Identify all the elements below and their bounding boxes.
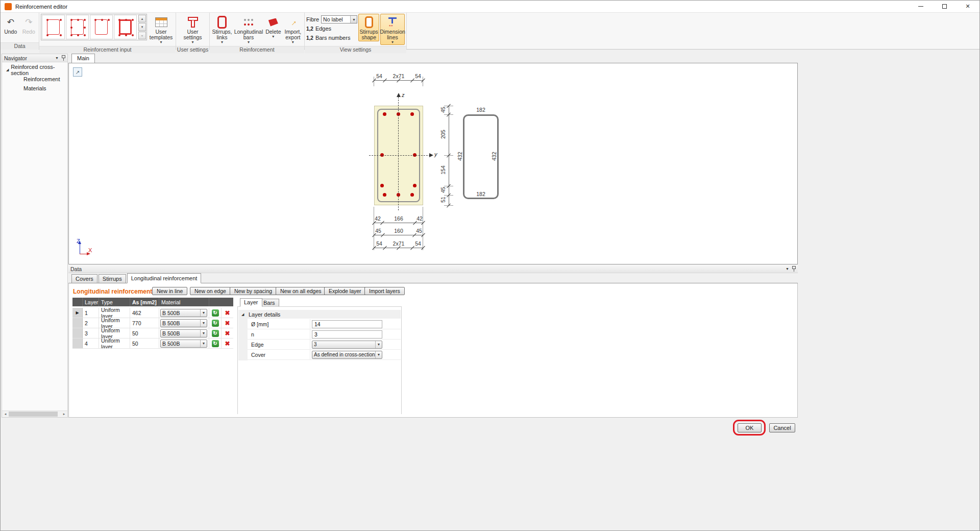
tab-main[interactable]: Main bbox=[71, 54, 95, 63]
n-input[interactable] bbox=[312, 330, 382, 339]
stirrups-links-button[interactable]: Stirrups, links ▾ bbox=[211, 14, 233, 45]
edges-toggle[interactable]: 1,2 Edges bbox=[306, 25, 357, 33]
user-templates-button[interactable]: User templates ▾ bbox=[148, 14, 174, 45]
delete-row-icon[interactable]: ✖ bbox=[225, 330, 230, 336]
maximize-button[interactable] bbox=[933, 1, 956, 12]
header-type[interactable]: Type bbox=[99, 298, 130, 306]
stirrups-shape-toggle[interactable]: Stirrups shape bbox=[358, 14, 379, 41]
header-as[interactable]: As [mm2] bbox=[130, 298, 159, 306]
stirrup-dim-bottom: 182 bbox=[476, 191, 485, 197]
template-dots bbox=[118, 19, 120, 21]
cancel-button[interactable]: Cancel bbox=[769, 423, 795, 432]
field-row-cover: Cover As defined in cross-section ▼ bbox=[248, 350, 401, 360]
cell-refresh: ↻ bbox=[209, 308, 222, 318]
diameter-input[interactable] bbox=[312, 320, 382, 328]
refresh-material-icon[interactable]: ↻ bbox=[212, 340, 219, 347]
stirrups-shape-label: Stirrups shape bbox=[359, 29, 379, 40]
template-thumb-4[interactable] bbox=[114, 15, 137, 39]
collapse-icon[interactable]: ◢ bbox=[241, 312, 249, 317]
tree-item-materials[interactable]: Materials bbox=[2, 84, 67, 93]
bars-numbers-toggle[interactable]: 1,2 Bars numbers bbox=[306, 34, 357, 42]
tab-bars[interactable]: Bars bbox=[259, 299, 279, 307]
material-dropdown[interactable]: B 500B▼ bbox=[160, 319, 207, 327]
table-row[interactable]: 4 Uniform layer 50 B 500B▼ ↻ ✖ bbox=[72, 339, 233, 349]
cover-dropdown[interactable]: As defined in cross-section ▼ bbox=[312, 351, 382, 359]
material-dropdown[interactable]: B 500B▼ bbox=[160, 309, 207, 317]
header-material[interactable]: Material bbox=[159, 298, 209, 306]
tab-longitudinal-reinforcement[interactable]: Longitudinal reinforcement bbox=[127, 273, 202, 283]
explode-layer-button[interactable]: Explode layer bbox=[324, 287, 366, 295]
tab-covers[interactable]: Covers bbox=[71, 274, 97, 283]
gallery-expand-button[interactable]: ⌄ bbox=[138, 32, 146, 39]
pin-icon[interactable] bbox=[62, 55, 65, 61]
material-dropdown[interactable]: B 500B▼ bbox=[160, 340, 207, 348]
delete-row-icon[interactable]: ✖ bbox=[225, 310, 230, 316]
ok-button[interactable]: OK bbox=[738, 423, 762, 432]
zoom-fit-button[interactable]: ↗ bbox=[73, 67, 82, 77]
close-button[interactable]: ✕ bbox=[956, 1, 979, 12]
data-panel-header: Data ▼ bbox=[68, 265, 798, 273]
dim-label: 54 bbox=[376, 73, 382, 79]
row-selector[interactable] bbox=[72, 318, 83, 328]
tree-item-label: Reinforced cross-section bbox=[11, 64, 67, 76]
cell-delete: ✖ bbox=[222, 318, 233, 328]
redo-button[interactable]: ↷ Redo bbox=[20, 14, 38, 41]
layer-details-group[interactable]: ◢ Layer details bbox=[238, 310, 401, 319]
dimension-lines-toggle[interactable]: ↔ Dimension lines ▾ bbox=[380, 14, 405, 45]
longitudinal-bars-button[interactable]: Longitudinal bars ▾ bbox=[234, 14, 263, 45]
template-thumb-1[interactable] bbox=[42, 15, 65, 39]
template-thumb-3[interactable] bbox=[90, 15, 113, 39]
rebar-dot bbox=[410, 112, 414, 116]
delete-row-icon[interactable]: ✖ bbox=[225, 320, 230, 326]
chevron-down-icon: ▾ bbox=[160, 40, 162, 44]
material-value: B 500B bbox=[162, 320, 180, 326]
row-selector[interactable] bbox=[72, 339, 83, 348]
row-selector[interactable]: ▶ bbox=[72, 308, 83, 318]
ribbon-group-user-settings: User settings ▾ User settings bbox=[176, 13, 210, 49]
refresh-material-icon[interactable]: ↻ bbox=[212, 330, 219, 337]
pin-icon[interactable] bbox=[792, 266, 796, 272]
navigator-dropdown-icon[interactable]: ▼ bbox=[55, 56, 59, 60]
tab-layer[interactable]: Layer bbox=[240, 298, 262, 307]
tree-expander-icon[interactable]: ◢ bbox=[6, 68, 11, 72]
redo-icon: ↷ bbox=[25, 18, 32, 27]
row-selector[interactable] bbox=[72, 328, 83, 338]
material-dropdown[interactable]: B 500B▼ bbox=[160, 329, 207, 337]
gallery-down-button[interactable]: ▾ bbox=[138, 23, 146, 31]
refresh-material-icon[interactable]: ↻ bbox=[212, 309, 219, 317]
undo-icon: ↶ bbox=[7, 18, 14, 27]
data-panel-title: Data bbox=[70, 266, 82, 272]
scroll-left-icon[interactable]: ◂ bbox=[2, 411, 9, 417]
chevron-down-icon: ▼ bbox=[375, 351, 382, 358]
y-axis-label: y bbox=[434, 151, 437, 157]
edge-dropdown[interactable]: 3 ▼ bbox=[312, 341, 382, 349]
user-settings-button[interactable]: User settings ▾ bbox=[179, 14, 207, 45]
header-layer[interactable]: Layer bbox=[83, 298, 99, 306]
new-on-all-edges-button[interactable]: New on all edges bbox=[276, 287, 326, 295]
table-row[interactable]: 2 Uniform layer 770 B 500B▼ ↻ ✖ bbox=[72, 318, 233, 328]
tab-stirrups[interactable]: Stirrups bbox=[99, 274, 126, 283]
import-export-button[interactable]: → Import, export ▾ bbox=[283, 14, 303, 45]
table-row[interactable]: 3 Uniform layer 50 B 500B▼ ↻ ✖ bbox=[72, 328, 233, 339]
new-by-spacing-button[interactable]: New by spacing bbox=[230, 287, 277, 295]
refresh-material-icon[interactable]: ↻ bbox=[212, 320, 219, 327]
table-row[interactable]: ▶ 1 Uniform layer 462 B 500B▼ ↻ ✖ bbox=[72, 308, 233, 318]
new-in-line-button[interactable]: New in line bbox=[152, 287, 187, 295]
template-thumb-2[interactable] bbox=[66, 15, 89, 39]
gallery-up-button[interactable]: ▴ bbox=[138, 15, 146, 22]
bars-numbers-label: Bars numbers bbox=[315, 35, 350, 41]
new-on-edge-button[interactable]: New on edge bbox=[190, 287, 231, 295]
data-panel-dropdown-icon[interactable]: ▼ bbox=[786, 267, 789, 271]
tree-item-reinforced-cross-section[interactable]: ◢ Reinforced cross-section bbox=[2, 65, 67, 75]
navigator-hscrollbar[interactable]: ◂ ▸ bbox=[2, 411, 67, 417]
scroll-right-icon[interactable]: ▸ bbox=[61, 411, 67, 417]
delete-row-icon[interactable]: ✖ bbox=[225, 341, 230, 347]
dim-label: 45 bbox=[375, 228, 381, 234]
fibre-dropdown[interactable]: No label ▼ bbox=[321, 15, 357, 23]
minimize-button[interactable] bbox=[909, 1, 933, 12]
drawing-canvas[interactable]: ↗ z y 54 2x71 54 bbox=[68, 63, 798, 264]
delete-button[interactable]: Delete ▾ bbox=[264, 14, 282, 41]
scrollbar-thumb[interactable] bbox=[9, 412, 58, 417]
undo-button[interactable]: ↶ Undo bbox=[2, 14, 19, 41]
import-layers-button[interactable]: Import layers bbox=[364, 287, 405, 295]
